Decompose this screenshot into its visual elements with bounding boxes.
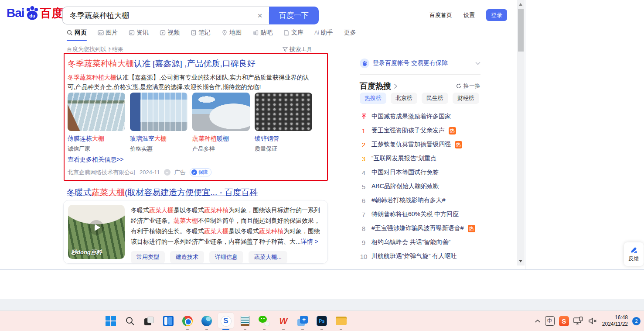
tab-maps[interactable]: 地图 xyxy=(221,29,242,41)
hot-tab-trending[interactable]: 热搜榜 xyxy=(360,93,386,104)
active-browser-app[interactable]: S xyxy=(216,311,235,331)
tab-notes[interactable]: 笔记 xyxy=(191,29,211,41)
ad-subcaption: 产品多样 xyxy=(192,145,250,153)
taskbar-clock[interactable]: 16:48 2024/11/22 xyxy=(602,314,628,328)
steel-pipes-photo xyxy=(255,93,312,131)
desc-keyword: 蔬菜种植 xyxy=(204,207,228,214)
chevron-down-icon[interactable] xyxy=(475,62,480,65)
search-input-wrap: × xyxy=(62,7,269,24)
edge-app[interactable] xyxy=(197,311,216,331)
hot-search-item[interactable]: 1 受王宝强资助孩子父亲发声 热 xyxy=(360,124,486,138)
feedback-button[interactable]: 反馈 xyxy=(624,242,644,266)
hot-search-item[interactable]: 2 王楚钦复仇莫雷加德晋级四强 热 xyxy=(360,138,486,152)
start-button[interactable] xyxy=(101,311,120,331)
baidu-home-link[interactable]: 百度首页 xyxy=(429,11,452,19)
tab-webpage[interactable]: 网页 xyxy=(67,29,87,41)
page-scrollbar[interactable] xyxy=(517,0,525,265)
baike-tag[interactable]: 蔬菜大棚... xyxy=(249,251,287,263)
page-right-edge xyxy=(525,0,525,269)
chrome-app[interactable] xyxy=(178,311,197,331)
taskbar-tray: 中 S 16:48 2024/11/22 2 xyxy=(535,311,641,331)
hot-tab-finance[interactable]: 财经榜 xyxy=(453,93,479,104)
tab-wenku[interactable]: 文库 xyxy=(283,29,303,41)
hot-search-item[interactable]: 3 “互联网发展报告”划重点 xyxy=(360,152,486,166)
tab-assistant[interactable]: Ai 助手 xyxy=(314,29,333,41)
rank-number: 4 xyxy=(360,169,368,176)
ime-indicator[interactable]: 中 xyxy=(545,316,555,326)
baike-tag[interactable]: 建造技术 xyxy=(170,251,204,263)
ad-card-arch-greenhouse[interactable]: 蔬菜种植暖棚 产品多样 xyxy=(192,93,250,153)
map-icon xyxy=(221,30,228,36)
baike-video-thumbnail[interactable]: 秒dong百科 xyxy=(68,205,125,259)
s-browser-icon: S xyxy=(221,316,232,327)
tab-label: 视频 xyxy=(167,29,180,37)
details-link[interactable]: 详情 > xyxy=(301,238,318,245)
scroll-up-arrow[interactable] xyxy=(519,3,522,6)
scroll-down-arrow[interactable] xyxy=(519,260,522,262)
hot-tab-livelihood[interactable]: 民生榜 xyxy=(422,93,448,104)
hot-search-item[interactable]: 8 #王宝强涉嫌诈骗风波再曝新语音# 热 xyxy=(360,221,486,235)
hot-search-item[interactable]: 10 川航航班遇“炸弹气旋” 有人呕吐 xyxy=(360,249,486,263)
scrollbar-thumb[interactable] xyxy=(518,9,524,52)
tab-video[interactable]: 视频 xyxy=(160,29,180,41)
baike-tag[interactable]: 详细信息 xyxy=(209,251,243,263)
tab-images[interactable]: 图片 xyxy=(98,29,118,41)
hot-search-item[interactable]: 中国减贫成果激励着许多国家 xyxy=(360,110,486,124)
hot-refresh-button[interactable]: 换一换 xyxy=(456,82,480,90)
tray-chevron-up-icon[interactable] xyxy=(535,319,541,323)
search-button[interactable]: 百度一下 xyxy=(269,7,319,24)
tab-more[interactable]: 更多 xyxy=(344,29,356,41)
notepad-app[interactable] xyxy=(235,311,255,331)
hot-search-item[interactable]: 5 ABC品牌创始人鞠躬致歉 xyxy=(360,179,486,193)
wps-app[interactable]: W xyxy=(274,311,293,331)
notification-badge[interactable]: 2 xyxy=(632,317,641,325)
sogou-input-icon[interactable]: S xyxy=(559,316,569,326)
clip-plus-app[interactable]: + xyxy=(293,311,312,331)
ad-desc-keyword: 冬季蔬菜种植大棚 xyxy=(68,74,116,81)
video-watermark: 秒dong百科 xyxy=(71,248,102,256)
baike-result-title[interactable]: 冬暖式蔬菜大棚(取材容易建造方便便宜... - 百度百科 xyxy=(67,187,258,198)
hot-tab-beijing[interactable]: 北京榜 xyxy=(391,93,417,104)
photoshop-app[interactable]: Ps xyxy=(312,311,331,331)
hot-search-header: 百度热搜 换一换 xyxy=(360,81,480,91)
hot-search-item[interactable]: 6 #朝韩若打核战影响有多大# xyxy=(360,193,486,207)
login-button[interactable]: 登录 xyxy=(486,9,507,21)
rank-number: 9 xyxy=(360,239,368,246)
clear-search-icon[interactable]: × xyxy=(251,11,269,21)
video-icon xyxy=(160,30,166,36)
hot-search-title[interactable]: 百度热搜 xyxy=(360,81,391,91)
ad-more-link[interactable]: 查看更多相关信息>> xyxy=(68,156,123,164)
taskbar-search-button[interactable] xyxy=(120,311,140,331)
tab-news[interactable]: 资讯 xyxy=(129,29,149,41)
hot-search-item[interactable]: 7 特朗普称将征60%关税 中方回应 xyxy=(360,207,486,221)
tab-label: 文库 xyxy=(291,29,303,37)
ad-result-title[interactable]: 冬季蔬菜种植大棚认准 [嘉鑫源] ,产品优质,口碑良好 xyxy=(68,58,256,69)
ad-card-film-greenhouse[interactable]: 薄膜连栋大棚 诚信厂家 xyxy=(68,93,125,153)
clock-date: 2024/11/22 xyxy=(602,321,628,328)
sidebar-login-banner[interactable]: 登录百度帐号 交易更有保障 xyxy=(360,59,480,68)
ad-feedback-chevron-icon[interactable] xyxy=(164,169,170,176)
baidu-logo[interactable]: Bai du 百度 xyxy=(7,5,64,21)
image-icon xyxy=(98,30,104,36)
search-icon xyxy=(124,315,136,327)
guarantee-badge[interactable]: 保障 xyxy=(190,168,211,176)
hot-search-item[interactable]: 4 中国对日本等国试行免签 xyxy=(360,166,486,179)
task-view-button[interactable] xyxy=(140,311,159,331)
refresh-icon xyxy=(456,83,462,89)
network-icon[interactable] xyxy=(573,317,584,325)
wechat-app[interactable] xyxy=(255,311,274,331)
hot-search-item[interactable]: 9 相约乌镇峰会 共话“智能向善” xyxy=(360,235,486,249)
volume-muted-icon[interactable] xyxy=(588,317,598,325)
widgets-button[interactable] xyxy=(159,311,178,331)
file-explorer-app[interactable] xyxy=(331,311,351,331)
hot-item-text: 相约乌镇峰会 共话“智能向善” xyxy=(371,238,450,246)
tab-label: 更多 xyxy=(344,29,356,37)
search-tools[interactable]: 搜索工具 xyxy=(283,45,312,53)
ad-card-glass-greenhouse[interactable]: 玻璃温室大棚 价格实惠 xyxy=(130,93,187,153)
search-input[interactable] xyxy=(63,11,251,20)
tab-tieba[interactable]: 贴吧 xyxy=(252,29,273,41)
settings-link[interactable]: 设置 xyxy=(463,11,475,19)
svg-text:du: du xyxy=(29,13,35,18)
baike-tag[interactable]: 常用类型 xyxy=(131,251,165,263)
ad-card-steel-pipes[interactable]: 镀锌钢管 质量保证 xyxy=(255,93,312,153)
